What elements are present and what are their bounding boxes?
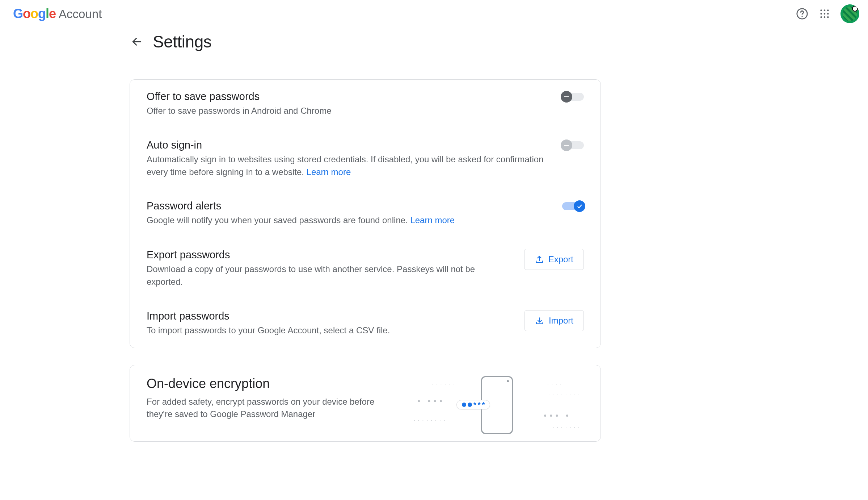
svg-point-8 — [820, 16, 822, 18]
download-icon — [535, 316, 544, 325]
page-title: Settings — [153, 32, 211, 51]
auto-signin-desc: Automatically sign in to websites using … — [147, 153, 548, 179]
password-alerts-toggle[interactable] — [562, 202, 584, 210]
svg-point-9 — [824, 16, 826, 18]
auto-signin-title: Auto sign-in — [147, 139, 548, 151]
password-alerts-row: Password alerts Google will notify you w… — [130, 189, 601, 238]
logo-lockup[interactable]: Google Account — [13, 6, 102, 21]
svg-point-1 — [801, 16, 802, 17]
export-button-label: Export — [548, 254, 573, 264]
auto-signin-text: Auto sign-in Automatically sign in to we… — [147, 139, 548, 179]
auto-signin-learn-more-link[interactable]: Learn more — [307, 167, 351, 177]
svg-point-5 — [820, 13, 822, 15]
encryption-text: On-device encryption For added safety, e… — [147, 376, 396, 421]
export-desc: Download a copy of your passwords to use… — [147, 263, 510, 288]
export-button[interactable]: Export — [524, 249, 584, 270]
password-alerts-title: Password alerts — [147, 200, 455, 212]
svg-point-4 — [827, 9, 829, 11]
export-text: Export passwords Download a copy of your… — [147, 249, 510, 288]
encryption-desc: For added safety, encrypt passwords on y… — [147, 396, 396, 421]
encryption-title: On-device encryption — [147, 376, 396, 391]
password-alerts-text: Password alerts Google will notify you w… — [147, 200, 455, 227]
upload-icon — [535, 255, 544, 264]
password-alerts-desc: Google will notify you when your saved p… — [147, 214, 455, 227]
top-bar: Google Account — [0, 0, 868, 25]
encryption-illustration: ● ● ● ● . . . . . . . . . . . . . . *** … — [410, 376, 584, 430]
svg-point-7 — [827, 13, 829, 15]
offer-save-text: Offer to save passwords Offer to save pa… — [147, 91, 332, 117]
offer-save-toggle[interactable] — [562, 93, 584, 101]
product-name: Account — [59, 7, 102, 21]
back-button[interactable] — [130, 34, 144, 49]
help-icon[interactable] — [796, 7, 809, 20]
offer-save-row: Offer to save passwords Offer to save pa… — [130, 80, 601, 128]
content: Offer to save passwords Offer to save pa… — [0, 61, 608, 442]
svg-point-2 — [820, 9, 822, 11]
offer-save-desc: Offer to save passwords in Android and C… — [147, 105, 332, 117]
import-button[interactable]: Import — [524, 310, 584, 331]
svg-point-6 — [824, 13, 826, 15]
top-bar-right — [796, 4, 859, 23]
password-settings-card: Offer to save passwords Offer to save pa… — [130, 79, 601, 348]
import-desc: To import passwords to your Google Accou… — [147, 324, 390, 337]
import-row: Import passwords To import passwords to … — [130, 299, 601, 348]
password-alerts-desc-text: Google will notify you when your saved p… — [147, 215, 410, 225]
export-title: Export passwords — [147, 249, 510, 261]
google-logo: Google — [13, 6, 56, 21]
password-alerts-learn-more-link[interactable]: Learn more — [410, 215, 455, 225]
auto-signin-toggle[interactable] — [562, 141, 584, 149]
auto-signin-row: Auto sign-in Automatically sign in to we… — [130, 128, 601, 189]
account-avatar[interactable] — [840, 4, 859, 23]
import-button-label: Import — [549, 316, 573, 326]
encryption-card: On-device encryption For added safety, e… — [130, 365, 601, 442]
svg-point-3 — [824, 9, 826, 11]
import-title: Import passwords — [147, 310, 390, 322]
offer-save-title: Offer to save passwords — [147, 91, 332, 103]
apps-grid-icon[interactable] — [818, 7, 831, 20]
export-row: Export passwords Download a copy of your… — [130, 238, 601, 299]
svg-point-10 — [827, 16, 829, 18]
page-title-row: Settings — [0, 25, 868, 61]
encryption-row: On-device encryption For added safety, e… — [130, 365, 601, 441]
import-text: Import passwords To import passwords to … — [147, 310, 390, 337]
